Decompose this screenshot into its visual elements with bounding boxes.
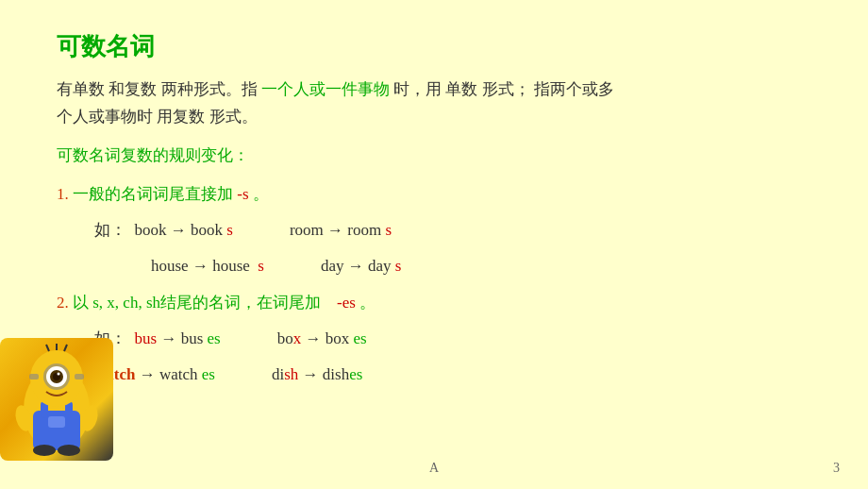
rule1-label: 如： book → book s <box>94 214 233 246</box>
rule2-row2: watch → watch es dish → dishes <box>94 359 811 391</box>
svg-rect-12 <box>75 374 84 379</box>
svg-line-15 <box>64 345 67 351</box>
rule1-s4: s <box>395 257 402 275</box>
intro-paragraph: 有单数 和复数 两种形式。指 一个人或一件事物 时，用 单数 形式； 指两个或多… <box>57 76 811 131</box>
rule1-green: 一般的名词词尾直接加 -s 。 <box>73 185 269 203</box>
svg-point-18 <box>33 445 56 456</box>
rule2-block: 2. 以 s, x, ch, sh结尾的名词，在词尾加 -es 。 如： bus… <box>57 292 811 391</box>
rule1-examples: 如： book → book s room → room s house → h… <box>94 214 811 282</box>
page-number: 3 <box>833 461 840 476</box>
rule2-green: 以 s, x, ch, sh结尾的名词，在词尾加 -es 。 <box>73 294 376 312</box>
svg-rect-4 <box>48 416 65 428</box>
rule2-dish: dish → dishes <box>272 359 362 391</box>
rule2-title: 2. 以 s, x, ch, sh结尾的名词，在词尾加 -es 。 <box>57 292 811 313</box>
rule2-examples: 如： bus → bus es box → box es watch → wat… <box>94 323 811 391</box>
rule2-es1: es <box>208 329 221 347</box>
slide: 可数名词 有单数 和复数 两种形式。指 一个人或一件事物 时，用 单数 形式； … <box>0 0 868 489</box>
minion-image <box>0 338 113 461</box>
rule1-s1: s <box>226 221 233 239</box>
rule2-row1: 如： bus → bus es box → box es <box>94 323 811 355</box>
page-title: 可数名词 <box>57 30 811 63</box>
rule1-title: 1. 一般的名词词尾直接加 -s 。 <box>57 183 811 205</box>
footer-a: A <box>429 461 439 476</box>
rule2-es4: es <box>349 365 362 383</box>
rule1-s3: s <box>258 257 264 275</box>
rule1-house: house → house s <box>151 250 264 282</box>
svg-rect-11 <box>29 374 39 379</box>
green-text-1: 一个人或一件事物 <box>261 80 390 98</box>
rule1-room: room → room s <box>290 214 392 246</box>
rule2-es2: es <box>353 329 366 347</box>
svg-point-10 <box>58 373 60 376</box>
rule1-s2: s <box>385 221 392 239</box>
rules-subtitle: 可数名词复数的规则变化： <box>57 144 811 166</box>
rule2-sh: sh <box>284 365 298 383</box>
rule2-es3: es <box>202 365 215 383</box>
rule2-x: x <box>293 329 302 347</box>
rule1-row2: house → house s day → day s <box>151 250 811 282</box>
svg-line-13 <box>46 345 49 351</box>
svg-point-19 <box>58 445 80 456</box>
rule1-day: day → day s <box>321 250 401 282</box>
rule2-label: 如： bus → bus es <box>94 323 221 355</box>
minion-svg <box>5 343 108 456</box>
rule2-box: box → box es <box>277 323 367 355</box>
footer-center-label: A <box>0 461 868 476</box>
rule2-bus-highlight: bus <box>135 329 158 347</box>
rule1-row1: 如： book → book s room → room s <box>94 214 811 246</box>
